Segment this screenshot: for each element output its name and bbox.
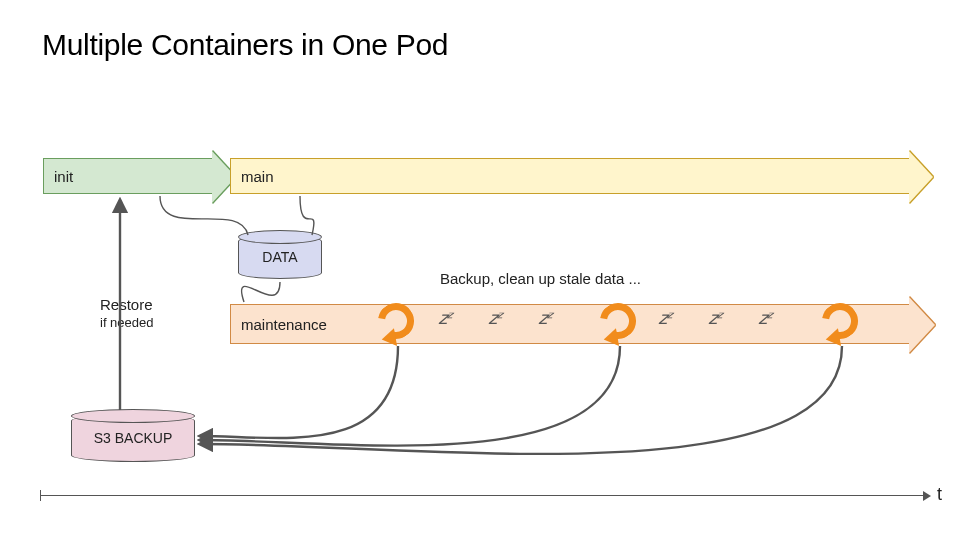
main-container-bar: main xyxy=(230,158,910,194)
main-label: main xyxy=(241,168,274,185)
init-container-bar: init xyxy=(43,158,213,194)
maintenance-container-bar: maintenance xyxy=(230,304,910,344)
s3-backup-label: S3 BACKUP xyxy=(94,430,173,446)
init-label: init xyxy=(54,168,73,185)
restore-note-line2: if needed xyxy=(100,315,154,330)
backup-note: Backup, clean up stale data ... xyxy=(440,270,641,287)
sleep-icon: zᶻ xyxy=(439,314,449,323)
time-axis xyxy=(40,495,925,496)
sleep-icon: zᶻ xyxy=(539,314,549,323)
restore-note-line1: Restore xyxy=(100,296,153,313)
page-title: Multiple Containers in One Pod xyxy=(42,28,448,62)
sleep-icon: zᶻ xyxy=(489,314,499,323)
sleep-icon: zᶻ xyxy=(759,314,769,323)
time-axis-label: t xyxy=(937,484,942,505)
sleep-icon: zᶻ xyxy=(709,314,719,323)
maintenance-label: maintenance xyxy=(241,316,327,333)
data-volume-label: DATA xyxy=(262,249,297,265)
sleep-icon: zᶻ xyxy=(659,314,669,323)
data-volume-cylinder: DATA xyxy=(238,235,322,279)
s3-backup-cylinder: S3 BACKUP xyxy=(71,414,195,462)
